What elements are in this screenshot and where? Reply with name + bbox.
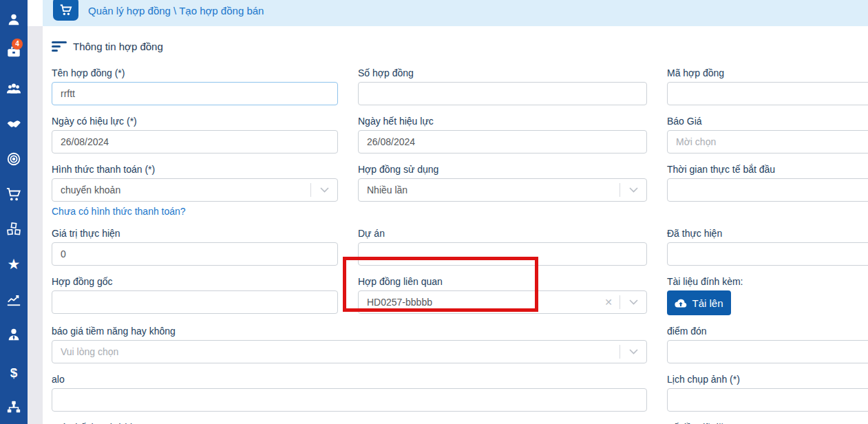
sidebar-item-employees[interactable] — [0, 326, 28, 343]
field-label: Thời gian thực tế bắt đầu — [667, 164, 868, 175]
dollar-icon: $ — [10, 365, 18, 381]
sidebar-item-targets[interactable] — [0, 151, 28, 167]
layout-gap — [28, 26, 43, 424]
field-ngay-het-hieu-luc: Ngày hết hiệu lực — [358, 116, 647, 153]
target-icon — [6, 151, 21, 167]
field-bao-gia: Báo Giá — [667, 116, 868, 153]
field-label: Ngày có hiệu lực (*) — [52, 116, 338, 127]
hop-dong-goc-input[interactable] — [52, 290, 338, 314]
handshake-icon — [5, 117, 23, 132]
field-label: điểm đón — [667, 326, 868, 337]
star-icon: ★ — [8, 257, 21, 272]
bao-gia-tiem-nang-select[interactable]: Vui lòng chọn — [52, 340, 647, 363]
no-payment-method-link[interactable]: Chưa có hình thức thanh toán? — [52, 206, 186, 217]
section-list-icon — [52, 41, 67, 52]
field-label: Số hợp đồng — [358, 67, 647, 78]
sidebar-item-deals[interactable] — [0, 116, 28, 133]
main-content: Thông tin hợp đồng Tên hợp đồng (*) Số h… — [43, 26, 868, 424]
cloud-upload-icon — [675, 298, 687, 308]
field-label: báo giá tiềm năng hay không — [52, 326, 647, 337]
field-label: alo — [52, 374, 647, 385]
cart-icon — [59, 4, 73, 17]
sidebar-item-jobs[interactable]: 4 — [0, 43, 28, 60]
sidebar-item-user[interactable] — [0, 11, 28, 28]
field-label: Hợp đồng sử dụng — [358, 164, 647, 175]
chevron-down-icon — [629, 187, 638, 193]
sidebar-item-customers[interactable] — [0, 81, 28, 97]
gia-tri-thuc-hien-input[interactable] — [52, 242, 338, 266]
field-hop-dong-lien-quan: Hợp đồng liên quan HD0257-bbbbb ✕ — [358, 276, 647, 315]
field-ten-hop-dong: Tên hợp đồng (*) — [52, 67, 338, 105]
field-label: Ngày hết hiệu lực — [358, 116, 647, 127]
field-du-an: Dự án — [358, 228, 647, 266]
section-header: Thông tin hợp đồng — [52, 41, 868, 52]
sitemap-icon — [6, 400, 21, 415]
cart-icon — [6, 187, 21, 202]
field-ngay-co-hieu-luc: Ngày có hiệu lực (*) — [52, 116, 338, 153]
field-label: Tên hợp đồng (*) — [52, 67, 338, 78]
field-lich-chup-anh: Lịch chụp ảnh (*) — [667, 374, 868, 412]
field-ma-hop-dong: Mã hợp đồng — [667, 67, 868, 105]
hinh-thuc-thanh-toan-select[interactable]: chuyển khoản — [52, 178, 338, 202]
field-label: Giá trị thực hiện — [52, 228, 338, 239]
cubes-icon — [6, 222, 21, 237]
chart-line-icon — [6, 292, 21, 307]
chevron-down-icon — [629, 299, 638, 305]
field-label: Hợp đồng gốc — [52, 276, 338, 287]
so-hop-dong-input[interactable] — [358, 82, 647, 105]
field-label: Đã thực hiện — [667, 228, 868, 239]
sidebar: 4 ★ $ — [0, 0, 28, 424]
ngay-het-hieu-luc-input[interactable] — [358, 130, 647, 153]
field-hop-dong-goc: Hợp đồng gốc — [52, 276, 338, 315]
field-so-hop-dong: Số hợp đồng — [358, 67, 647, 105]
alo-input[interactable] — [52, 388, 647, 412]
field-bao-gia-tiem-nang: báo giá tiềm năng hay không Vui lòng chọ… — [52, 326, 647, 363]
da-thuc-hien-input[interactable] — [667, 242, 868, 266]
field-label: Dự án — [358, 228, 647, 239]
field-label: Mã hợp đồng — [667, 67, 868, 78]
hop-dong-su-dung-select[interactable]: Nhiều lần — [358, 178, 647, 202]
field-gia-tri-thuc-hien: Giá trị thực hiện — [52, 228, 338, 266]
sidebar-item-organization[interactable] — [0, 399, 28, 416]
lich-chup-anh-input[interactable] — [667, 388, 868, 412]
field-alo: alo — [52, 374, 647, 412]
hop-dong-lien-quan-select[interactable]: HD0257-bbbbb ✕ — [358, 290, 647, 314]
ngay-co-hieu-luc-input[interactable] — [52, 130, 338, 153]
field-label: Hợp đồng liên quan — [358, 276, 647, 287]
breadcrumb[interactable]: Quản lý hợp đồng \ Tạo hợp đồng bán — [88, 5, 264, 17]
ten-hop-dong-input[interactable] — [52, 82, 338, 105]
bao-gia-input[interactable] — [667, 130, 868, 153]
field-label: Báo Giá — [667, 116, 868, 127]
thoi-gian-thuc-te-input[interactable] — [667, 178, 868, 202]
sidebar-item-sales[interactable] — [0, 187, 28, 203]
field-hop-dong-su-dung: Hợp đồng sử dụng Nhiều lần — [358, 164, 647, 218]
sidebar-item-finance[interactable]: $ — [0, 365, 28, 381]
du-an-input[interactable] — [358, 242, 647, 266]
user-tie-icon — [6, 327, 21, 342]
field-label: Lịch chụp ảnh (*) — [667, 374, 868, 385]
field-label: Tài liệu đính kèm: — [667, 276, 868, 287]
ma-hop-dong-input[interactable] — [667, 82, 868, 105]
user-icon — [6, 12, 21, 27]
field-tai-lieu-dinh-kem: Tài liệu đính kèm: Tải lên — [667, 276, 868, 315]
field-da-thuc-hien: Đã thực hiện — [667, 228, 868, 266]
contract-form: Tên hợp đồng (*) Số hợp đồng Mã hợp đồng… — [52, 67, 868, 424]
sidebar-item-products[interactable] — [0, 221, 28, 237]
topbar: Quản lý hợp đồng \ Tạo hợp đồng bán — [43, 0, 868, 26]
diem-don-input[interactable] — [667, 340, 868, 363]
section-title: Thông tin hợp đồng — [73, 41, 163, 52]
clear-selection-icon[interactable]: ✕ — [597, 297, 620, 308]
field-thoi-gian-thuc-te: Thời gian thực tế bắt đầu — [667, 164, 868, 218]
upload-button[interactable]: Tải lên — [667, 290, 731, 315]
module-cart-button[interactable] — [53, 0, 78, 21]
field-diem-don: điểm đón — [667, 326, 868, 363]
chevron-down-icon — [320, 187, 329, 193]
sidebar-item-favorites[interactable]: ★ — [0, 256, 28, 273]
chevron-down-icon — [629, 349, 638, 354]
users-icon — [6, 81, 22, 96]
sidebar-item-reports[interactable] — [0, 291, 28, 308]
field-hinh-thuc-thanh-toan: Hình thức thanh toán (*) chuyển khoản Ch… — [52, 164, 338, 218]
notification-badge: 4 — [12, 39, 23, 50]
field-label: Hình thức thanh toán (*) — [52, 164, 338, 175]
